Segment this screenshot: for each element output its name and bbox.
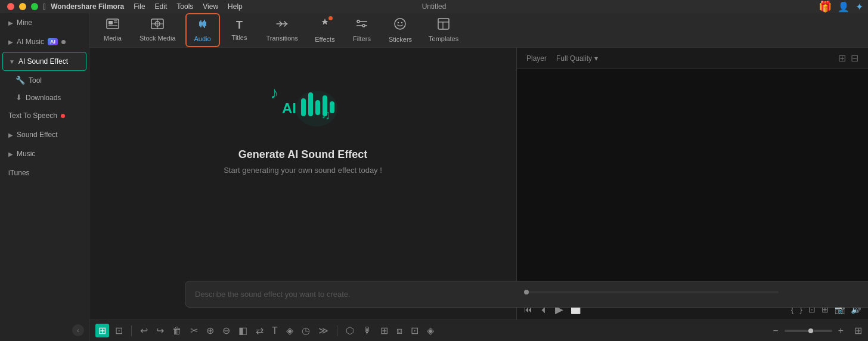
menu-help[interactable]: Help <box>228 2 243 11</box>
toolbar-templates[interactable]: Templates <box>421 14 466 46</box>
redo-icon[interactable]: ↪ <box>154 324 166 337</box>
app-name: Wondershare Filmora <box>51 2 124 11</box>
zoom-slider[interactable] <box>785 330 832 332</box>
toolbar-titles[interactable]: T Titles <box>222 16 257 45</box>
color-icon[interactable]: ◈ <box>284 324 296 337</box>
svg-text:AI: AI <box>282 100 296 116</box>
toolbar-stock-media[interactable]: Stock Media <box>132 15 183 45</box>
effects-dot <box>328 16 333 20</box>
toolbar-audio-label: Audio <box>194 35 210 42</box>
templates-icon <box>438 18 450 33</box>
player-panel: Player Full Quality ▾ ⊞ ⊟ <box>516 48 868 320</box>
export-icon[interactable]: ⊡ <box>408 324 421 337</box>
grid-view-icon[interactable]: ⊞ <box>838 52 846 64</box>
sidebar-item-mine-label: Mine <box>17 18 32 27</box>
chevron-right-icon: ▶ <box>8 39 13 45</box>
user-icon[interactable]: 👤 <box>838 1 850 13</box>
sidebar-item-ai-music[interactable]: ▶ AI Music AI <box>2 33 86 51</box>
menu-tools[interactable]: Tools <box>176 2 193 11</box>
sidebar-item-ai-sound-effect-label: AI Sound Effect <box>18 57 68 66</box>
magnetic-icon[interactable]: ⊡ <box>113 324 125 337</box>
title-bar-right: 🎁 👤 ✦ <box>819 0 863 13</box>
toolbar-filters-label: Filters <box>353 35 371 42</box>
gift-icon[interactable]: 🎁 <box>819 0 832 13</box>
zoom-in-icon[interactable]: + <box>836 324 846 337</box>
subtitle-icon[interactable]: ⊞ <box>378 324 390 337</box>
media-icon <box>106 18 119 32</box>
svg-point-9 <box>357 20 359 23</box>
sidebar-item-tool-label: Tool <box>29 76 42 85</box>
sidebar-item-text-to-speech[interactable]: Text To Speech <box>2 107 86 125</box>
ai-sound-panel: ♪ ♫ AI Generate AI Sound Effec <box>89 48 516 320</box>
sidebar-item-music[interactable]: ▶ Music <box>2 145 86 163</box>
toolbar-stock-media-label: Stock Media <box>140 35 176 42</box>
quality-select[interactable]: Full Quality ▾ <box>556 54 598 63</box>
ai-icon-bt[interactable]: ⧈ <box>394 324 405 337</box>
svg-rect-18 <box>438 18 449 29</box>
maximize-button[interactable] <box>31 3 38 10</box>
layout-icon[interactable]: ⊞ <box>95 324 109 337</box>
grid-settings-icon[interactable]: ⊞ <box>854 325 862 336</box>
toolbar-effects-label: Effects <box>315 36 334 43</box>
transitions-icon <box>275 18 289 32</box>
chevron-right-icon: ▶ <box>8 151 13 157</box>
toolbar-stickers[interactable]: Stickers <box>382 14 419 46</box>
chevron-right-icon: ▶ <box>8 132 13 138</box>
quality-label: Full Quality <box>556 54 592 63</box>
zoom-out-icon[interactable]: − <box>770 324 780 337</box>
stabilize-icon[interactable]: ⬡ <box>343 324 356 337</box>
svg-point-15 <box>395 18 405 29</box>
sidebar-item-ai-music-label: AI Music <box>17 38 44 46</box>
sidebar-collapse-button[interactable]: ‹ <box>72 324 84 336</box>
speed-icon[interactable]: ⇄ <box>253 324 266 337</box>
bottom-toolbar: ⊞ ⊡ ↩ ↪ 🗑 ✂ ⊕ ⊖ ◧ ⇄ T ◈ ◷ ≫ ⬡ 🎙 ⊞ ⧈ ⊡ ◈ … <box>89 320 868 341</box>
sidebar-item-downloads[interactable]: ⬇ Downloads <box>2 89 86 106</box>
close-button[interactable] <box>7 3 14 10</box>
player-tab[interactable]: Player <box>526 54 547 63</box>
paste-icon[interactable]: ⊖ <box>220 324 232 337</box>
more-icon[interactable]: ≫ <box>316 324 331 337</box>
toolbar-media[interactable]: Media <box>95 15 130 45</box>
player-actions: ⊞ ⊟ <box>838 52 858 64</box>
toolbar-audio[interactable]: Audio <box>185 13 220 47</box>
svg-point-16 <box>398 22 399 23</box>
progress-bar[interactable] <box>524 291 779 293</box>
menu-view[interactable]: View <box>203 2 218 11</box>
sidebar-item-itunes-label: iTunes <box>8 169 30 177</box>
crop-icon[interactable]: ◧ <box>236 324 250 337</box>
toolbar-effects[interactable]: Effects <box>308 14 342 46</box>
sidebar-item-tool[interactable]: 🔧 Tool <box>2 72 86 88</box>
sidebar-item-ai-sound-effect[interactable]: ▼ AI Sound Effect <box>2 52 86 71</box>
toolbar-filters[interactable]: Filters <box>345 14 379 46</box>
sidebar-collapse-area: ‹ <box>0 320 89 341</box>
zoom-control: − + <box>770 324 846 337</box>
text-icon[interactable]: T <box>269 324 280 337</box>
toolbar-transitions[interactable]: Transitions <box>259 15 305 45</box>
titles-icon: T <box>236 19 243 32</box>
filmora-icon: ✦ <box>855 1 863 13</box>
menu-file[interactable]: File <box>134 2 145 11</box>
divider-2 <box>337 326 337 336</box>
main-toolbar: Media Stock Media <box>89 13 868 48</box>
menu-edit[interactable]: Edit <box>155 2 168 11</box>
cut-icon[interactable]: ✂ <box>188 324 200 337</box>
info-dot <box>61 40 66 44</box>
sidebar-item-sound-effect[interactable]: ▶ Sound Effect <box>2 126 86 144</box>
effects-icon-bt[interactable]: ◈ <box>424 324 436 337</box>
workspace: ♪ ♫ AI Generate AI Sound Effec <box>89 48 868 320</box>
tool-icon: 🔧 <box>16 76 25 85</box>
svg-rect-1 <box>108 21 113 24</box>
sidebar-item-itunes[interactable]: iTunes <box>2 164 86 182</box>
generate-subtitle: Start generating your own sound effect t… <box>224 166 382 175</box>
sidebar-item-mine[interactable]: ▶ Mine <box>2 14 86 32</box>
undo-icon[interactable]: ↩ <box>138 324 150 337</box>
title-bar-left:  Wondershare Filmora File Edit Tools Vi… <box>7 2 243 11</box>
sidebar-item-sound-effect-label: Sound Effect <box>17 131 58 139</box>
copy-icon[interactable]: ⊕ <box>204 324 216 337</box>
timer-icon[interactable]: ◷ <box>299 324 312 337</box>
svg-point-29 <box>296 91 337 126</box>
minimize-button[interactable] <box>19 3 26 10</box>
delete-icon[interactable]: 🗑 <box>170 324 184 337</box>
split-view-icon[interactable]: ⊟ <box>851 52 858 64</box>
audio-icon-bt[interactable]: 🎙 <box>360 324 374 337</box>
